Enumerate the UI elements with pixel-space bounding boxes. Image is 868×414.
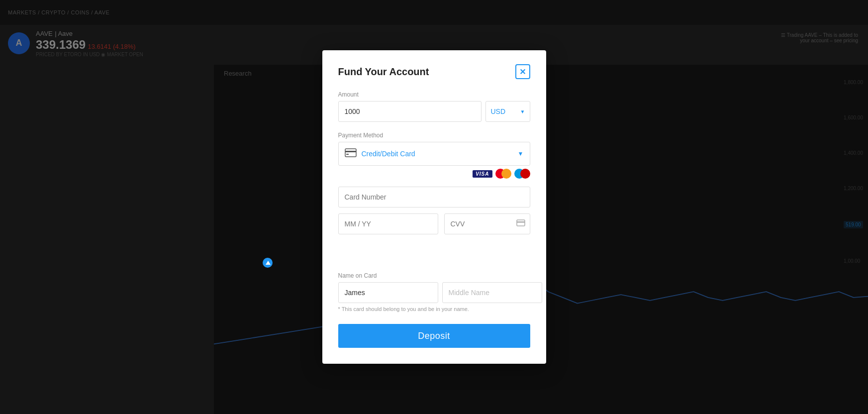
svg-rect-2 xyxy=(346,154,349,155)
maestro-red-circle xyxy=(520,169,530,179)
maestro-logo xyxy=(514,169,530,179)
currency-wrapper: USD EUR GBP xyxy=(485,101,530,122)
modal-overlay: Fund Your Account ✕ Amount USD EUR GBP P… xyxy=(0,0,868,414)
card-details-row xyxy=(338,213,530,234)
name-on-card-label: Name on Card xyxy=(338,272,530,279)
payment-method-select[interactable]: Credit/Debit Card ▼ xyxy=(338,142,530,166)
cvv-card-icon xyxy=(516,219,525,228)
payment-dropdown-arrow: ▼ xyxy=(518,150,524,157)
payment-section: Payment Method Credit/Debit Card ▼ VISA xyxy=(338,132,530,179)
modal-header: Fund Your Account ✕ xyxy=(338,64,530,79)
card-logos: VISA xyxy=(338,169,530,179)
svg-rect-0 xyxy=(345,149,356,157)
first-name-input[interactable] xyxy=(338,282,438,303)
mc-orange-circle xyxy=(501,169,511,179)
payment-method-value: Credit/Debit Card xyxy=(362,150,513,158)
card-number-input[interactable] xyxy=(338,187,530,207)
credit-card-icon xyxy=(345,148,357,160)
cursor-indicator xyxy=(263,258,273,268)
middle-name-input[interactable] xyxy=(442,282,542,303)
visa-logo: VISA xyxy=(473,170,492,178)
name-inputs-row xyxy=(338,282,530,303)
card-disclaimer: * This card should belong to you and be … xyxy=(338,306,530,312)
payment-method-label: Payment Method xyxy=(338,132,530,139)
modal-title: Fund Your Account xyxy=(338,66,429,78)
cursor-arrow-icon xyxy=(266,261,271,265)
amount-row: USD EUR GBP xyxy=(338,101,530,122)
amount-input[interactable] xyxy=(338,101,482,122)
expiry-input[interactable] xyxy=(338,213,438,234)
svg-rect-1 xyxy=(345,151,356,152)
deposit-button[interactable]: Deposit xyxy=(338,324,530,348)
currency-select[interactable]: USD EUR GBP xyxy=(485,101,530,122)
cvv-wrapper xyxy=(444,213,530,234)
close-button[interactable]: ✕ xyxy=(515,64,530,79)
svg-rect-4 xyxy=(517,221,525,223)
fund-account-modal: Fund Your Account ✕ Amount USD EUR GBP P… xyxy=(322,50,546,364)
mastercard-logo xyxy=(495,169,511,179)
svg-rect-3 xyxy=(517,220,525,226)
modal-spacer xyxy=(338,242,530,272)
name-section: Name on Card * This card should belong t… xyxy=(338,272,530,312)
amount-label: Amount xyxy=(338,91,530,98)
